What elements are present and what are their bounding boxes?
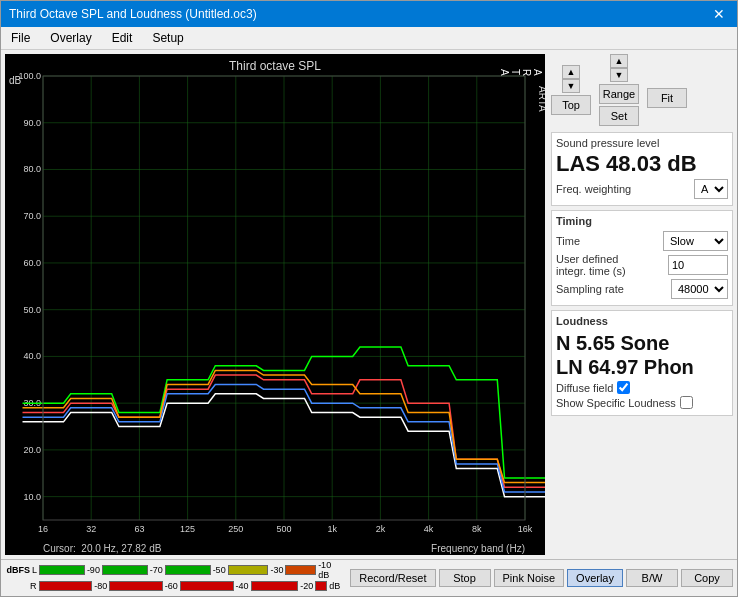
dbfs-l-seg3 (165, 565, 211, 575)
sampling-select[interactable]: 48000 44100 96000 (671, 279, 728, 299)
main-window: Third Octave SPL and Loudness (Untitled.… (0, 0, 738, 597)
dbfs-l-channel: L (32, 565, 37, 575)
dbfs-l-tick3: -50 (211, 565, 228, 575)
integr-input[interactable]: 10 (668, 255, 728, 275)
dbfs-l-seg1 (39, 565, 85, 575)
dbfs-r-seg4 (251, 581, 299, 591)
top-button[interactable]: Top (551, 95, 591, 115)
range-label: Range (599, 84, 639, 104)
integr-row: User defined integr. time (s) 10 (556, 253, 728, 277)
diffuse-field-checkbox[interactable] (617, 381, 630, 394)
top-down-button[interactable]: ▼ (562, 79, 580, 93)
dbfs-l-label: dBFS (5, 565, 30, 575)
range-nav-group: ▲ ▼ Range Set (599, 54, 639, 126)
set-button[interactable]: Set (599, 106, 639, 126)
nav-controls: ▲ ▼ Top ▲ ▼ Range Set (551, 54, 733, 126)
dbfs-l-tick1: -90 (85, 565, 102, 575)
top-mid: Top (551, 95, 591, 115)
time-label: Time (556, 235, 580, 247)
dbfs-r-channel: R (30, 581, 37, 591)
dbfs-r-seg3 (180, 581, 234, 591)
dbfs-r-tick3: -40 (234, 581, 251, 591)
freq-weighting-select[interactable]: A B C Z (694, 179, 728, 199)
spl-value: LAS 48.03 dB (556, 151, 728, 177)
show-specific-row: Show Specific Loudness (556, 396, 728, 409)
dbfs-r-seg1 (39, 581, 93, 591)
time-row: Time Slow Fast Impulse (556, 231, 728, 251)
menu-bar: File Overlay Edit Setup (1, 27, 737, 50)
show-specific-label: Show Specific Loudness (556, 397, 676, 409)
timing-header: Timing (556, 215, 728, 227)
integr-label: User defined integr. time (s) (556, 253, 626, 277)
dbfs-l-row: dBFS L -90 -70 -50 -30 -10 dB (5, 562, 342, 578)
top-nav-group: ▲ ▼ Top (551, 65, 591, 115)
menu-file[interactable]: File (5, 29, 36, 47)
dbfs-l-tick5: -10 dB (316, 560, 342, 580)
loudness-n-value: N 5.65 Sone LN 64.97 Phon (556, 331, 728, 379)
bw-button[interactable]: B/W (626, 569, 678, 587)
dbfs-area: dBFS L -90 -70 -50 -30 -10 dB R (1, 560, 346, 596)
range-arrows: ▲ ▼ (610, 54, 628, 82)
copy-button[interactable]: Copy (681, 569, 733, 587)
stop-button[interactable]: Stop (439, 569, 491, 587)
time-select[interactable]: Slow Fast Impulse (663, 231, 728, 251)
chart-canvas (5, 54, 545, 555)
dbfs-r-tick5: dB (327, 581, 342, 591)
loudness-header: Loudness (556, 315, 728, 327)
range-down-button[interactable]: ▼ (610, 68, 628, 82)
loudness-section: Loudness N 5.65 Sone LN 64.97 Phon Diffu… (551, 310, 733, 416)
buttons-row: Record/Reset Stop Pink Noise Overlay B/W… (346, 560, 737, 596)
menu-overlay[interactable]: Overlay (44, 29, 97, 47)
chart-area: ARTA (5, 54, 545, 555)
sampling-row: Sampling rate 48000 44100 96000 (556, 279, 728, 299)
diffuse-field-label: Diffuse field (556, 382, 613, 394)
dbfs-r-tick4: -20 (298, 581, 315, 591)
spl-section: Sound pressure level LAS 48.03 dB Freq. … (551, 132, 733, 206)
close-button[interactable]: ✕ (709, 6, 729, 22)
dbfs-l-tick2: -70 (148, 565, 165, 575)
pink-noise-button[interactable]: Pink Noise (494, 569, 565, 587)
top-up-button[interactable]: ▲ (562, 65, 580, 79)
dbfs-l-tick4: -30 (268, 565, 285, 575)
overlay-button[interactable]: Overlay (567, 569, 623, 587)
dbfs-l-seg2 (102, 565, 148, 575)
record-reset-button[interactable]: Record/Reset (350, 569, 435, 587)
title-bar: Third Octave SPL and Loudness (Untitled.… (1, 1, 737, 27)
fit-button[interactable]: Fit (647, 88, 687, 108)
show-specific-checkbox[interactable] (680, 396, 693, 409)
fit-group: Fit (647, 72, 687, 108)
top-arrows: ▲ ▼ (562, 65, 580, 93)
dbfs-r-seg5 (315, 581, 327, 591)
dbfs-l-meter: -90 -70 -50 -30 -10 dB (39, 560, 342, 580)
freq-weighting-label: Freq. weighting (556, 183, 631, 195)
dbfs-r-tick1: -80 (92, 581, 109, 591)
timing-section: Timing Time Slow Fast Impulse User defin… (551, 210, 733, 306)
bottom-status-bar: dBFS L -90 -70 -50 -30 -10 dB R (1, 559, 737, 596)
dbfs-r-tick2: -60 (163, 581, 180, 591)
window-title: Third Octave SPL and Loudness (Untitled.… (9, 7, 257, 21)
dbfs-r-row: R -80 -60 -40 -20 dB (5, 578, 342, 594)
arta-label: ARTA (499, 69, 543, 76)
dbfs-r-meter: -80 -60 -40 -20 dB (39, 581, 343, 591)
menu-setup[interactable]: Setup (146, 29, 189, 47)
sampling-label: Sampling rate (556, 283, 624, 295)
dbfs-l-seg5 (285, 565, 316, 575)
freq-weighting-row: Freq. weighting A B C Z (556, 179, 728, 199)
main-content: ARTA ▲ ▼ Top ▲ ▼ (1, 50, 737, 559)
dbfs-l-seg4 (228, 565, 269, 575)
right-panel: ▲ ▼ Top ▲ ▼ Range Set (547, 50, 737, 559)
menu-edit[interactable]: Edit (106, 29, 139, 47)
range-up-button[interactable]: ▲ (610, 54, 628, 68)
dbfs-r-seg2 (109, 581, 163, 591)
diffuse-field-row: Diffuse field (556, 381, 728, 394)
spl-label: Sound pressure level (556, 137, 728, 149)
